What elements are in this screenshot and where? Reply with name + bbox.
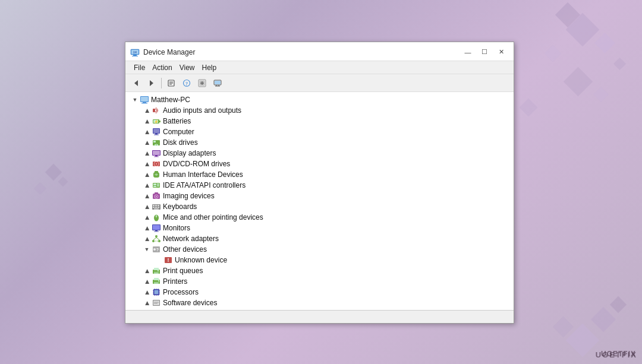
tree-item-printers[interactable]: ▶ Printers <box>125 276 514 287</box>
display-adapter-icon <box>152 148 161 158</box>
tree-item-mice[interactable]: ▶ Mice and other pointing devices <box>125 212 514 223</box>
batteries-label: Batteries <box>163 117 191 125</box>
imaging-arrow: ▶ <box>142 191 152 201</box>
toolbar: ? <box>125 74 514 92</box>
tree-item-imaging[interactable]: ▶ Imaging devices <box>125 191 514 201</box>
svg-rect-94 <box>158 280 159 281</box>
help-toolbar-button[interactable]: ? <box>180 77 194 90</box>
svg-rect-47 <box>155 171 158 173</box>
svg-rect-26 <box>153 109 155 112</box>
svg-text:!: ! <box>168 257 169 263</box>
titlebar-app-icon: DM <box>130 48 140 57</box>
tree-item-software[interactable]: ▶ Software devices <box>125 297 514 308</box>
maximize-button[interactable]: ☐ <box>477 47 492 58</box>
tree-item-ide[interactable]: ▶ IDE ATA/ATAPI controllers <box>125 180 514 191</box>
tree-root[interactable]: ▼ Matthew-PC <box>125 94 514 105</box>
tree-item-monitors[interactable]: ▶ Monitors <box>125 223 514 233</box>
svg-rect-52 <box>157 183 159 185</box>
tree-item-dvd[interactable]: ▶ DVD/CD-ROM drives <box>125 159 514 169</box>
tree-item-hid[interactable]: ▶ Human Interface Devices <box>125 169 514 180</box>
svg-rect-24 <box>143 102 146 103</box>
svg-rect-89 <box>158 270 159 271</box>
ide-arrow: ▶ <box>142 181 152 190</box>
other-device-icon: ? <box>152 245 161 254</box>
software-arrow: ▶ <box>142 298 152 308</box>
svg-marker-6 <box>150 80 153 86</box>
disk-device-icon <box>152 138 161 147</box>
svg-rect-54 <box>153 186 156 187</box>
svg-rect-110 <box>153 300 159 305</box>
titlebar: DM Device Manager — ☐ ✕ <box>125 42 514 61</box>
svg-rect-85 <box>153 270 160 274</box>
other-label: Other devices <box>163 245 207 254</box>
menu-file[interactable]: File <box>130 63 149 72</box>
printers-label: Printers <box>163 277 187 286</box>
statusbar <box>125 310 514 323</box>
tree-item-batteries[interactable]: ▶ ⚡ Batteries <box>125 116 514 126</box>
close-button[interactable]: ✕ <box>493 47 509 58</box>
svg-rect-1 <box>133 55 137 56</box>
software-device-icon <box>152 298 161 308</box>
monitor-device-icon <box>152 223 161 233</box>
svg-rect-53 <box>157 185 159 186</box>
tree-item-disk[interactable]: ▶ Disk drives <box>125 137 514 148</box>
printers-device-icon <box>152 277 161 286</box>
unknown-label: Unknown device <box>175 256 227 264</box>
svg-rect-65 <box>158 207 159 208</box>
imaging-label: Imaging devices <box>163 192 215 200</box>
processors-label: Processors <box>163 288 199 296</box>
svg-rect-71 <box>153 225 160 230</box>
mice-label: Mice and other pointing devices <box>163 213 263 221</box>
mice-arrow: ▶ <box>142 213 152 222</box>
tree-item-display[interactable]: ▶ Display adapters <box>125 148 514 159</box>
menu-help[interactable]: Help <box>199 63 221 72</box>
minimize-button[interactable]: — <box>460 47 476 58</box>
printq-arrow: ▶ <box>142 266 152 276</box>
titlebar-left: DM Device Manager <box>130 48 195 57</box>
svg-rect-42 <box>154 157 159 157</box>
forward-button[interactable] <box>144 77 159 90</box>
keyboard-device-icon <box>152 202 161 211</box>
svg-rect-96 <box>155 290 159 295</box>
unknown-device-icon: ! <box>163 255 173 265</box>
menubar: File Action View Help <box>125 61 514 74</box>
svg-rect-60 <box>153 205 155 206</box>
dvd-arrow: ▶ <box>142 159 152 169</box>
tree-item-computer[interactable]: ▶ Computer <box>125 126 514 137</box>
tree-item-other[interactable]: ▼ ? Other devices <box>125 244 514 255</box>
svg-rect-61 <box>155 205 157 206</box>
titlebar-title: Device Manager <box>143 48 195 56</box>
svg-rect-23 <box>141 97 148 102</box>
svg-point-58 <box>156 196 157 197</box>
svg-point-81 <box>153 248 156 251</box>
tree-item-keyboards[interactable]: ▶ Keyboards <box>125 201 514 212</box>
tree-item-printqueues[interactable]: ▶ Print queues <box>125 265 514 276</box>
tree-item-unknown[interactable]: ▶ ! Unknown device <box>125 255 514 265</box>
svg-rect-34 <box>154 135 159 135</box>
tree-item-network[interactable]: ▶ Network adapters <box>125 233 514 244</box>
menu-view[interactable]: View <box>176 63 199 72</box>
mouse-device-icon <box>152 213 161 222</box>
svg-rect-64 <box>155 207 157 208</box>
tree-item-processors[interactable]: ▶ Proces <box>125 287 514 297</box>
network-label: Network adapters <box>163 235 219 243</box>
svg-point-45 <box>156 163 157 164</box>
svg-line-77 <box>153 238 156 240</box>
tree-item-audio[interactable]: ▶ Audio inputs and outputs <box>125 105 514 116</box>
device-tree[interactable]: ▼ Matthew-PC ▶ Audio <box>125 92 514 310</box>
svg-rect-72 <box>155 230 158 232</box>
properties-button[interactable] <box>164 77 178 90</box>
svg-rect-56 <box>155 192 158 194</box>
update-button[interactable] <box>195 77 209 90</box>
audio-arrow: ▶ <box>142 106 152 115</box>
battery-device-icon: ⚡ <box>152 116 161 126</box>
network-arrow: ▶ <box>142 234 152 243</box>
svg-rect-86 <box>154 268 159 270</box>
svg-rect-32 <box>153 129 159 133</box>
back-button[interactable] <box>129 77 143 90</box>
svg-rect-28 <box>159 121 160 122</box>
menu-action[interactable]: Action <box>149 63 175 72</box>
svg-point-37 <box>156 144 157 145</box>
svg-rect-93 <box>154 283 159 284</box>
display-devices-button[interactable] <box>210 77 225 90</box>
